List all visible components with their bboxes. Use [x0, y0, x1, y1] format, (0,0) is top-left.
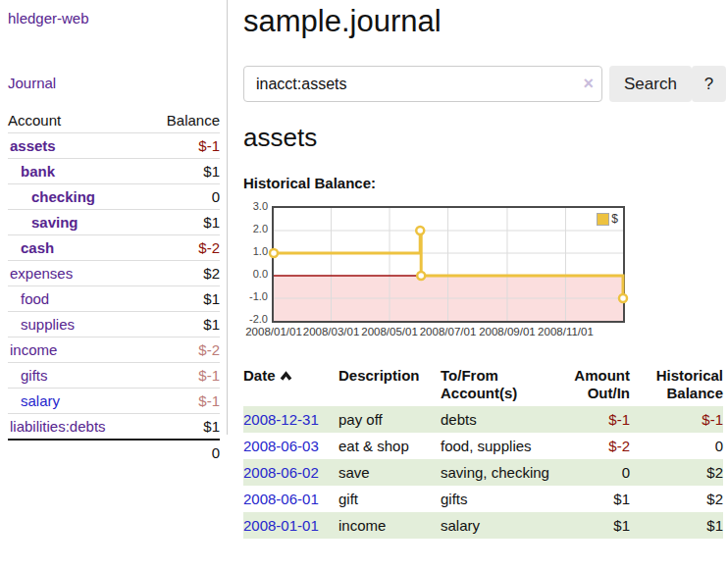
description-header: Description — [338, 364, 441, 406]
page-title: sample.journal — [243, 4, 726, 39]
search-input[interactable] — [243, 66, 602, 102]
clear-search-icon[interactable]: × — [583, 74, 594, 93]
account-balance: $-1 — [145, 133, 220, 159]
accounts-header: To/From Account(s) — [441, 364, 560, 406]
account-row: bank$1 — [8, 159, 220, 184]
account-link[interactable]: expenses — [10, 265, 73, 282]
brand-link[interactable]: hledger-web — [8, 10, 89, 26]
chart-plot-area[interactable]: $ — [272, 206, 625, 323]
account-balance: $-1 — [145, 363, 220, 389]
register-row[interactable]: 2008-06-01giftgifts$1$2 — [243, 486, 723, 512]
account-link[interactable]: salary — [21, 392, 60, 409]
register-amount-cell: $-2 — [560, 433, 630, 459]
register-date-cell: 2008-06-01 — [243, 486, 338, 512]
register-row[interactable]: 2008-01-01incomesalary$1$1 — [243, 512, 723, 539]
chevron-up-icon — [280, 368, 292, 386]
x-axis-tick: 2008/07/01 — [417, 326, 480, 337]
journal-nav-link[interactable]: Journal — [8, 75, 220, 91]
register-amount-cell: $-1 — [560, 406, 630, 433]
amount-header: Amount Out/In — [560, 364, 630, 406]
account-balance: $1 — [145, 210, 220, 235]
register-row[interactable]: 2008-06-03eat & shopfood, supplies$-20 — [243, 433, 723, 459]
x-axis-tick: 2008/11/01 — [534, 326, 597, 337]
data-point-marker — [619, 294, 627, 302]
data-point-marker — [270, 249, 278, 257]
help-button[interactable]: ? — [692, 66, 726, 102]
account-row: liabilities:debts$1 — [8, 414, 220, 441]
account-balance: $-2 — [145, 337, 220, 363]
account-balance: $-2 — [145, 235, 220, 261]
register-date-cell: 2008-06-02 — [243, 459, 338, 486]
date-link[interactable]: 2008-06-01 — [243, 491, 319, 507]
sidebar: hledger-web Journal Account Balance asse… — [0, 0, 228, 435]
main-content: sample.journal × Search ? assets Histori… — [243, 0, 726, 539]
account-link[interactable]: food — [21, 290, 49, 307]
date-link[interactable]: 2008-01-01 — [243, 517, 319, 534]
account-row: supplies$1 — [8, 312, 220, 337]
date-sort-header[interactable]: Date — [243, 364, 338, 406]
register-accounts-cell: food, supplies — [441, 433, 560, 459]
register-date-cell: 2008-06-03 — [243, 433, 338, 459]
account-balance: 0 — [145, 184, 220, 210]
date-link[interactable]: 2008-06-03 — [243, 438, 319, 454]
register-description-cell: eat & shop — [338, 433, 441, 459]
register-row[interactable]: 2008-06-02savesaving, checking0$2 — [243, 459, 723, 486]
legend-label: $ — [611, 212, 618, 226]
search-button[interactable]: Search — [609, 66, 692, 102]
y-axis-tick: 0.0 — [243, 268, 268, 281]
account-row: expenses$2 — [8, 261, 220, 286]
account-row: cash$-2 — [8, 235, 220, 261]
register-date-cell: 2008-12-31 — [243, 406, 338, 433]
y-axis-tick: 2.0 — [243, 223, 268, 235]
account-balance: $1 — [145, 159, 220, 184]
account-balance: $2 — [145, 261, 220, 286]
account-link[interactable]: assets — [10, 137, 56, 154]
date-link[interactable]: 2008-12-31 — [243, 411, 319, 428]
account-link[interactable]: checking — [31, 188, 95, 205]
chart-legend: $ — [595, 211, 620, 227]
search-field-wrapper: × — [243, 66, 602, 102]
accounts-table: Account Balance assets$-1bank$1checking0… — [8, 108, 220, 465]
account-row: assets$-1 — [8, 133, 220, 159]
account-link[interactable]: supplies — [21, 316, 75, 333]
x-axis-tick: 2008/05/01 — [358, 326, 421, 337]
y-axis-tick: 1.0 — [243, 245, 268, 258]
legend-swatch — [597, 213, 609, 226]
account-link[interactable]: bank — [21, 163, 55, 180]
account-row: income$-2 — [8, 337, 220, 363]
register-accounts-cell: gifts — [441, 486, 560, 512]
data-point-marker — [416, 227, 424, 234]
register-description-cell: gift — [338, 486, 441, 512]
account-link[interactable]: saving — [31, 214, 78, 231]
accounts-header-account: Account — [8, 108, 145, 133]
register-amount-cell: $1 — [560, 512, 630, 539]
y-axis-tick: -1.0 — [243, 290, 268, 303]
register-accounts-cell: salary — [441, 512, 560, 539]
account-link[interactable]: income — [10, 341, 57, 358]
account-balance: $1 — [145, 414, 220, 441]
account-balance: $-1 — [145, 389, 220, 414]
account-balance: $1 — [145, 312, 220, 337]
account-row: checking0 — [8, 184, 220, 210]
register-header-row: Date Description To/From Account(s) Amou… — [243, 364, 723, 406]
search-form: × Search ? — [243, 66, 726, 102]
x-axis-tick: 2008/01/01 — [242, 326, 305, 337]
register-balance-cell: $2 — [630, 486, 723, 512]
accounts-header-row: Account Balance — [8, 108, 220, 133]
date-link[interactable]: 2008-06-02 — [243, 464, 319, 481]
x-axis-tick: 2008/03/01 — [300, 326, 363, 337]
register-table: Date Description To/From Account(s) Amou… — [243, 364, 723, 539]
register-balance-cell: 0 — [630, 433, 723, 459]
account-link[interactable]: gifts — [21, 367, 48, 384]
chart-canvas — [274, 208, 623, 321]
accounts-total-value: 0 — [145, 440, 220, 465]
account-row: saving$1 — [8, 210, 220, 235]
register-row[interactable]: 2008-12-31pay offdebts$-1$-1 — [243, 406, 723, 433]
date-header-label: Date — [243, 367, 276, 384]
register-amount-cell: 0 — [560, 459, 630, 486]
data-point-marker — [417, 272, 425, 280]
account-link[interactable]: cash — [21, 239, 54, 256]
account-link[interactable]: liabilities:debts — [10, 418, 106, 435]
account-row: food$1 — [8, 286, 220, 312]
register-date-cell: 2008-01-01 — [243, 512, 338, 539]
